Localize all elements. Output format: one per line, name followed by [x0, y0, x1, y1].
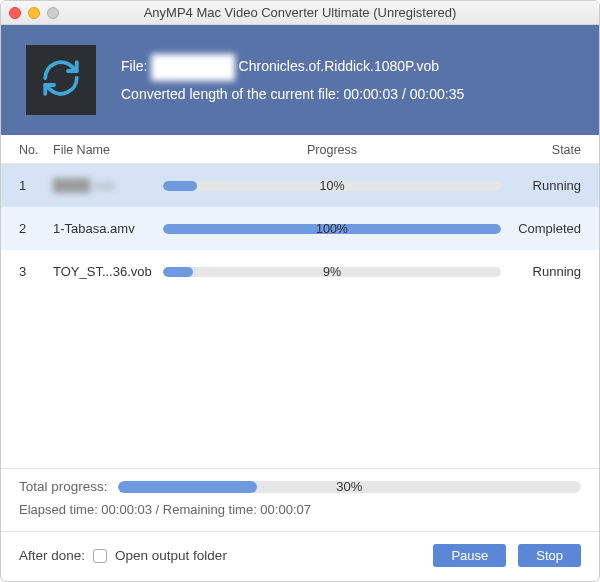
col-state: State	[501, 143, 581, 157]
footer-row: After done: Open output folder Pause Sto…	[1, 531, 599, 581]
row-progress: 10%	[163, 181, 501, 191]
table-row[interactable]: 2 1-Tabasa.amv 100% Completed	[1, 207, 599, 250]
footer-buttons: Pause Stop	[433, 544, 581, 567]
row-state: Completed	[501, 221, 581, 236]
total-progress-label: Total progress:	[19, 479, 108, 494]
row-filename: ████.vob	[53, 178, 163, 193]
total-progress-fill	[118, 481, 257, 493]
progress-fill	[163, 267, 193, 277]
window-title: AnyMP4 Mac Video Converter Ultimate (Unr…	[1, 5, 599, 20]
file-obscured: ████████	[151, 54, 234, 81]
after-done-label: After done:	[19, 548, 85, 563]
col-progress: Progress	[163, 143, 501, 157]
table-row[interactable]: 3 TOY_ST...36.vob 9% Running	[1, 250, 599, 293]
row-progress: 9%	[163, 267, 501, 277]
app-window: AnyMP4 Mac Video Converter Ultimate (Unr…	[0, 0, 600, 582]
row-no: 2	[19, 221, 53, 236]
titlebar: AnyMP4 Mac Video Converter Ultimate (Unr…	[1, 1, 599, 25]
stop-button[interactable]: Stop	[518, 544, 581, 567]
row-no: 1	[19, 178, 53, 193]
file-name-rest: Chronicles.of.Riddick.1080P.vob	[239, 58, 440, 74]
header-text: File: ████████ Chronicles.of.Riddick.108…	[121, 53, 464, 107]
table-row[interactable]: 1 ████.vob 10% Running	[1, 164, 599, 207]
open-output-folder-checkbox[interactable]	[93, 549, 107, 563]
close-window-button[interactable]	[9, 7, 21, 19]
header-panel: File: ████████ Chronicles.of.Riddick.108…	[1, 25, 599, 135]
traffic-lights	[9, 7, 59, 19]
total-progress-wrap: 30%	[118, 481, 581, 493]
elapsed-time-line: Elapsed time: 00:00:03 / Remaining time:…	[19, 502, 581, 525]
total-progress-row: Total progress: 30%	[19, 479, 581, 494]
col-no: No.	[19, 143, 53, 157]
row-state: Running	[501, 264, 581, 279]
progress-text: 100%	[316, 222, 348, 236]
refresh-icon	[40, 57, 82, 103]
row-no: 3	[19, 264, 53, 279]
after-done-group: After done: Open output folder	[19, 548, 227, 563]
progress-fill	[163, 181, 197, 191]
open-output-folder-label: Open output folder	[115, 548, 227, 563]
pause-button[interactable]: Pause	[433, 544, 506, 567]
progress-text: 9%	[323, 265, 341, 279]
table-header: No. File Name Progress State	[1, 135, 599, 164]
col-filename: File Name	[53, 143, 163, 157]
convert-icon-box	[26, 45, 96, 115]
row-filename: TOY_ST...36.vob	[53, 264, 163, 279]
row-progress: 100%	[163, 224, 501, 234]
row-state: Running	[501, 178, 581, 193]
rows-container: 1 ████.vob 10% Running 2 1-Tabasa.amv 10…	[1, 164, 599, 468]
minimize-window-button[interactable]	[28, 7, 40, 19]
bottom-area: Total progress: 30% Elapsed time: 00:00:…	[1, 468, 599, 531]
file-label: File:	[121, 58, 147, 74]
maximize-window-button	[47, 7, 59, 19]
total-progress-text: 30%	[336, 479, 362, 494]
converted-length-line: Converted length of the current file: 00…	[121, 81, 464, 108]
progress-text: 10%	[319, 179, 344, 193]
row-filename: 1-Tabasa.amv	[53, 221, 163, 236]
